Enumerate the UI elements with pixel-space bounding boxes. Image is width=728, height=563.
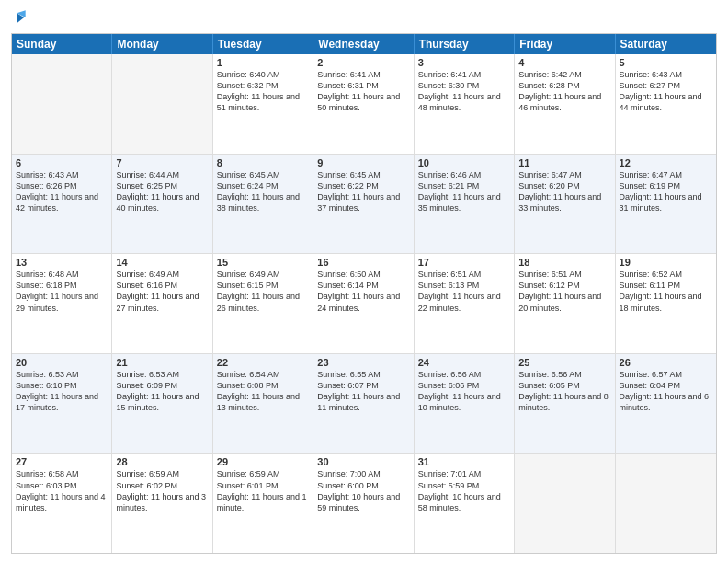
day-number: 24 [418,357,510,368]
calendar-cell: 13Sunrise: 6:48 AM Sunset: 6:18 PM Dayli… [12,254,112,353]
calendar-cell: 8Sunrise: 6:45 AM Sunset: 6:24 PM Daylig… [213,155,313,254]
calendar-cell: 23Sunrise: 6:55 AM Sunset: 6:07 PM Dayli… [313,354,414,454]
calendar-cell: 7Sunrise: 6:44 AM Sunset: 6:25 PM Daylig… [112,155,212,254]
calendar-cell: 10Sunrise: 6:46 AM Sunset: 6:21 PM Dayli… [415,155,515,254]
day-number: 9 [317,157,409,168]
cell-details: Sunrise: 6:55 AM Sunset: 6:07 PM Dayligh… [317,369,409,414]
calendar-cell [616,454,716,553]
day-number: 12 [620,157,712,168]
calendar-cell: 3Sunrise: 6:41 AM Sunset: 6:30 PM Daylig… [415,54,515,154]
cell-details: Sunrise: 6:54 AM Sunset: 6:08 PM Dayligh… [217,369,309,414]
cell-details: Sunrise: 6:45 AM Sunset: 6:22 PM Dayligh… [317,169,409,214]
day-number: 23 [317,357,409,368]
logo-icon [11,7,31,28]
day-number: 17 [418,257,510,268]
calendar-cell: 29Sunrise: 6:59 AM Sunset: 6:01 PM Dayli… [213,454,313,553]
day-number: 26 [620,357,712,368]
calendar-cell: 6Sunrise: 6:43 AM Sunset: 6:26 PM Daylig… [12,155,112,254]
calendar-cell: 9Sunrise: 6:45 AM Sunset: 6:22 PM Daylig… [313,155,414,254]
day-number: 20 [16,357,108,368]
calendar-cell: 28Sunrise: 6:59 AM Sunset: 6:02 PM Dayli… [112,454,212,553]
cell-details: Sunrise: 6:41 AM Sunset: 6:31 PM Dayligh… [317,69,409,114]
day-number: 3 [418,57,510,68]
day-number: 1 [217,57,309,68]
day-number: 22 [217,357,309,368]
cell-details: Sunrise: 6:56 AM Sunset: 6:06 PM Dayligh… [418,369,510,414]
calendar-cell: 25Sunrise: 6:56 AM Sunset: 6:05 PM Dayli… [515,354,615,454]
cell-details: Sunrise: 6:49 AM Sunset: 6:16 PM Dayligh… [116,269,208,314]
calendar-cell: 14Sunrise: 6:49 AM Sunset: 6:16 PM Dayli… [112,254,212,353]
day-number: 5 [620,57,712,68]
calendar-header-thursday: Thursday [415,34,515,54]
calendar-cell: 15Sunrise: 6:49 AM Sunset: 6:15 PM Dayli… [213,254,313,353]
calendar-cell [112,54,212,154]
calendar-cell: 27Sunrise: 6:58 AM Sunset: 6:03 PM Dayli… [12,454,112,553]
cell-details: Sunrise: 6:57 AM Sunset: 6:04 PM Dayligh… [620,369,712,414]
cell-details: Sunrise: 6:42 AM Sunset: 6:28 PM Dayligh… [518,69,610,114]
cell-details: Sunrise: 6:41 AM Sunset: 6:30 PM Dayligh… [418,69,510,114]
day-number: 21 [116,357,208,368]
cell-details: Sunrise: 6:51 AM Sunset: 6:12 PM Dayligh… [518,269,610,314]
calendar-cell: 17Sunrise: 6:51 AM Sunset: 6:13 PM Dayli… [415,254,515,353]
cell-details: Sunrise: 6:47 AM Sunset: 6:20 PM Dayligh… [518,169,610,214]
calendar-cell: 18Sunrise: 6:51 AM Sunset: 6:12 PM Dayli… [515,254,615,353]
day-number: 11 [518,157,610,168]
calendar-header-wednesday: Wednesday [313,34,414,54]
calendar-cell [515,454,615,553]
calendar-header-saturday: Saturday [616,34,716,54]
cell-details: Sunrise: 6:56 AM Sunset: 6:05 PM Dayligh… [518,369,610,414]
cell-details: Sunrise: 6:53 AM Sunset: 6:10 PM Dayligh… [16,369,108,414]
calendar-cell: 12Sunrise: 6:47 AM Sunset: 6:19 PM Dayli… [616,155,716,254]
day-number: 27 [16,456,108,467]
day-number: 25 [518,357,610,368]
day-number: 16 [317,257,409,268]
cell-details: Sunrise: 6:45 AM Sunset: 6:24 PM Dayligh… [217,169,309,214]
cell-details: Sunrise: 7:01 AM Sunset: 5:59 PM Dayligh… [418,468,510,513]
cell-details: Sunrise: 6:48 AM Sunset: 6:18 PM Dayligh… [16,269,108,314]
calendar-cell: 22Sunrise: 6:54 AM Sunset: 6:08 PM Dayli… [213,354,313,454]
day-number: 7 [116,157,208,168]
calendar-header-friday: Friday [515,34,615,54]
calendar-header-row: SundayMondayTuesdayWednesdayThursdayFrid… [12,34,716,54]
calendar-cell: 30Sunrise: 7:00 AM Sunset: 6:00 PM Dayli… [313,454,414,553]
calendar-header-tuesday: Tuesday [213,34,313,54]
calendar-cell: 24Sunrise: 6:56 AM Sunset: 6:06 PM Dayli… [415,354,515,454]
day-number: 10 [418,157,510,168]
calendar-cell: 4Sunrise: 6:42 AM Sunset: 6:28 PM Daylig… [515,54,615,154]
calendar-cell: 19Sunrise: 6:52 AM Sunset: 6:11 PM Dayli… [616,254,716,353]
day-number: 29 [217,456,309,467]
calendar-header-monday: Monday [112,34,212,54]
day-number: 14 [116,257,208,268]
cell-details: Sunrise: 6:59 AM Sunset: 6:01 PM Dayligh… [217,468,309,513]
calendar-cell: 26Sunrise: 6:57 AM Sunset: 6:04 PM Dayli… [616,354,716,454]
cell-details: Sunrise: 7:00 AM Sunset: 6:00 PM Dayligh… [317,468,409,513]
cell-details: Sunrise: 6:43 AM Sunset: 6:26 PM Dayligh… [16,169,108,214]
calendar-cell: 21Sunrise: 6:53 AM Sunset: 6:09 PM Dayli… [112,354,212,454]
calendar-cell: 11Sunrise: 6:47 AM Sunset: 6:20 PM Dayli… [515,155,615,254]
cell-details: Sunrise: 6:40 AM Sunset: 6:32 PM Dayligh… [217,69,309,114]
day-number: 30 [317,456,409,467]
cell-details: Sunrise: 6:47 AM Sunset: 6:19 PM Dayligh… [620,169,712,214]
day-number: 4 [518,57,610,68]
logo [11,9,33,28]
day-number: 2 [317,57,409,68]
calendar-week-5: 27Sunrise: 6:58 AM Sunset: 6:03 PM Dayli… [12,453,716,553]
day-number: 18 [518,257,610,268]
day-number: 13 [16,257,108,268]
cell-details: Sunrise: 6:58 AM Sunset: 6:03 PM Dayligh… [16,468,108,513]
calendar-cell: 20Sunrise: 6:53 AM Sunset: 6:10 PM Dayli… [12,354,112,454]
calendar-body: 1Sunrise: 6:40 AM Sunset: 6:32 PM Daylig… [12,54,716,553]
calendar-week-3: 13Sunrise: 6:48 AM Sunset: 6:18 PM Dayli… [12,253,716,353]
calendar-cell: 16Sunrise: 6:50 AM Sunset: 6:14 PM Dayli… [313,254,414,353]
day-number: 6 [16,157,108,168]
calendar-cell: 2Sunrise: 6:41 AM Sunset: 6:31 PM Daylig… [313,54,414,154]
header [11,9,717,28]
day-number: 15 [217,257,309,268]
cell-details: Sunrise: 6:50 AM Sunset: 6:14 PM Dayligh… [317,269,409,314]
day-number: 31 [418,456,510,467]
calendar-cell: 5Sunrise: 6:43 AM Sunset: 6:27 PM Daylig… [616,54,716,154]
calendar-header-sunday: Sunday [12,34,112,54]
cell-details: Sunrise: 6:49 AM Sunset: 6:15 PM Dayligh… [217,269,309,314]
cell-details: Sunrise: 6:43 AM Sunset: 6:27 PM Dayligh… [620,69,712,114]
page: SundayMondayTuesdayWednesdayThursdayFrid… [0,0,728,563]
